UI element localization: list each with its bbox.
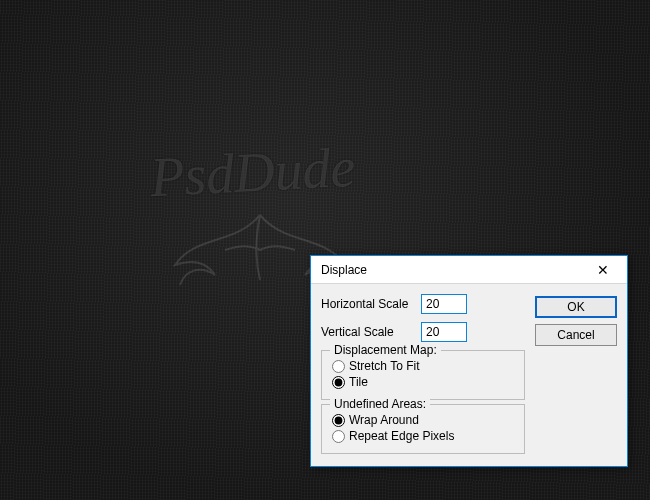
displace-dialog: Displace ✕ Horizontal Scale Vertical Sca… [310,255,628,467]
close-icon: ✕ [597,262,609,278]
displacement-map-legend: Displacement Map: [330,343,441,357]
wrap-around-option[interactable]: Wrap Around [332,413,514,427]
wrap-around-label: Wrap Around [349,413,419,427]
horizontal-scale-label: Horizontal Scale [321,297,421,311]
stretch-to-fit-label: Stretch To Fit [349,359,419,373]
dialog-title: Displace [321,263,367,277]
vertical-scale-input[interactable] [421,322,467,342]
horizontal-scale-row: Horizontal Scale [321,294,525,314]
vertical-scale-label: Vertical Scale [321,325,421,339]
cancel-button[interactable]: Cancel [535,324,617,346]
stretch-to-fit-option[interactable]: Stretch To Fit [332,359,514,373]
dialog-titlebar[interactable]: Displace ✕ [311,256,627,284]
repeat-edge-radio[interactable] [332,430,345,443]
stretch-to-fit-radio[interactable] [332,360,345,373]
tile-option[interactable]: Tile [332,375,514,389]
watermark-text: PsdDude [148,135,356,210]
undefined-areas-legend: Undefined Areas: [330,397,430,411]
wrap-around-radio[interactable] [332,414,345,427]
repeat-edge-option[interactable]: Repeat Edge Pixels [332,429,514,443]
undefined-areas-group: Undefined Areas: Wrap Around Repeat Edge… [321,404,525,454]
repeat-edge-label: Repeat Edge Pixels [349,429,454,443]
vertical-scale-row: Vertical Scale [321,322,525,342]
close-button[interactable]: ✕ [585,259,621,281]
dialog-right-column: OK Cancel [535,294,617,454]
tile-label: Tile [349,375,368,389]
dialog-left-column: Horizontal Scale Vertical Scale Displace… [321,294,525,454]
ok-button[interactable]: OK [535,296,617,318]
horizontal-scale-input[interactable] [421,294,467,314]
tile-radio[interactable] [332,376,345,389]
dialog-body: Horizontal Scale Vertical Scale Displace… [311,284,627,466]
displacement-map-group: Displacement Map: Stretch To Fit Tile [321,350,525,400]
